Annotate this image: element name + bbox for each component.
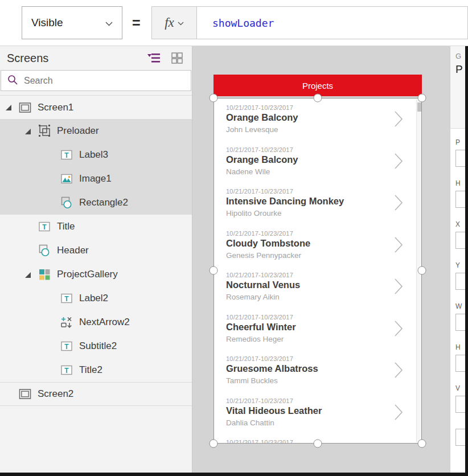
svg-text:T: T	[64, 295, 69, 303]
selection-handle-top-right[interactable]	[418, 94, 426, 102]
grid-view-icon[interactable]	[170, 51, 184, 65]
selection-handle-bottom-left[interactable]	[210, 440, 218, 448]
screens-search-box	[1, 70, 191, 91]
caret-expanded-icon[interactable]	[5, 103, 13, 112]
tree-item-image1[interactable]: Image1	[0, 167, 192, 191]
gallery-item[interactable]: 10/21/2017-10/23/2017 Intensive Dancing …	[214, 182, 421, 224]
tree-item-header[interactable]: Header	[0, 239, 192, 262]
shape-icon	[60, 196, 73, 210]
item-title: Orange Balcony	[226, 112, 399, 123]
design-canvas[interactable]: Projects 10/21/2017-10/23/2017 Orange Ba…	[192, 46, 450, 473]
item-date: 10/21/2017-10/23/2017	[226, 439, 399, 444]
gallery-item[interactable]: 10/21/2017-10/23/2017 Gruesome Albatross…	[214, 350, 421, 392]
shape-icon	[38, 244, 51, 257]
item-date: 10/21/2017-10/23/2017	[226, 104, 399, 111]
fx-icon: fx	[165, 15, 174, 30]
project-gallery-control[interactable]: 10/21/2017-10/23/2017 Orange Balcony Joh…	[214, 98, 422, 444]
fx-dropdown-button[interactable]: fx	[151, 6, 197, 39]
tree-item-label2[interactable]: T Label2	[0, 286, 192, 310]
gallery-item[interactable]: 10/21/2017-10/23/2017 Cloudy Tombstone G…	[214, 224, 421, 266]
item-subtitle: John Levesque	[226, 125, 399, 134]
next-arrow-icon[interactable]	[394, 194, 403, 214]
next-arrow-icon[interactable]	[394, 362, 403, 381]
caret-expanded-icon[interactable]	[24, 127, 32, 136]
tree-item-subtitle2[interactable]: T Subtitle2	[0, 334, 192, 358]
item-subtitle: Genesis Pennypacker	[226, 251, 399, 260]
item-title: Cloudy Tombstone	[226, 238, 399, 249]
tree-item-title2[interactable]: T Title2	[0, 358, 192, 382]
item-title: Nocturnal Venus	[226, 280, 399, 290]
item-title: Intensive Dancing Monkey	[226, 196, 399, 207]
tree-item-nextarrow2[interactable]: NextArrow2	[0, 310, 192, 334]
selection-handle-middle-left[interactable]	[210, 266, 218, 275]
tree-view-icon[interactable]	[146, 52, 161, 64]
search-icon	[7, 74, 18, 88]
selection-handle-top-left[interactable]	[210, 94, 218, 102]
item-date: 10/21/2017-10/23/2017	[226, 188, 399, 195]
app-header-control[interactable]: Projects	[214, 75, 422, 96]
item-date: 10/21/2017-10/23/2017	[226, 272, 399, 278]
label-icon: T	[60, 363, 73, 377]
screen-icon	[18, 387, 32, 401]
item-date: 10/21/2017-10/23/2017	[226, 397, 399, 404]
tree-item-screen1[interactable]: Screen1	[0, 95, 192, 119]
tree-item-label3[interactable]: T Label3	[0, 143, 192, 167]
selection-handle-bottom-right[interactable]	[418, 440, 426, 448]
item-title: Vital Hideous Leather	[226, 405, 399, 416]
next-arrow-icon[interactable]	[394, 404, 403, 423]
gallery-item[interactable]: 10/21/2017-10/23/2017 Nocturnal Venus Ro…	[214, 266, 421, 308]
gallery-item[interactable]: 10/21/2017-10/23/2017 Vital Hideous Leat…	[214, 392, 421, 434]
item-subtitle: Remedios Heger	[226, 335, 399, 343]
chevron-down-icon	[178, 18, 184, 28]
selection-handle-top-center[interactable]	[314, 94, 322, 102]
tree-item-label: Screen1	[38, 102, 73, 113]
tree-item-label: Header	[57, 245, 89, 256]
tree-item-screen2[interactable]: Screen2	[0, 382, 192, 406]
formula-text: showLoader	[212, 17, 274, 29]
item-title: Orange Balcony	[226, 154, 399, 165]
search-input[interactable]	[24, 76, 172, 86]
svg-text:T: T	[64, 151, 69, 159]
gallery-item[interactable]: 10/21/2017-10/23/2017 Cheerful Winter Re…	[214, 308, 421, 350]
powerapps-studio-window: Visible = fx showLoader Screens	[0, 0, 468, 476]
selection-handle-bottom-center[interactable]	[314, 440, 322, 448]
image-icon	[60, 172, 73, 186]
next-arrow-icon[interactable]	[394, 153, 403, 172]
formula-bar: Visible = fx showLoader	[0, 0, 468, 46]
gallery-item[interactable]: 10/21/2017-10/23/2017 Orange Balcony Joh…	[214, 99, 421, 141]
property-selector-value: Visible	[31, 17, 63, 29]
custom-icon-control-icon	[60, 315, 73, 329]
tree-item-label: Label2	[79, 293, 108, 304]
next-arrow-icon[interactable]	[394, 110, 403, 130]
tree-item-label: Rectangle2	[79, 197, 128, 208]
tree-item-label: Image1	[79, 173, 112, 184]
gallery-item[interactable]: 10/21/2017-10/23/2017 Orange Balcony Nad…	[214, 141, 421, 183]
next-arrow-icon[interactable]	[394, 320, 403, 339]
screens-panel-header: Screens	[0, 46, 192, 70]
window-frame-bottom	[0, 473, 468, 476]
selection-handle-middle-right[interactable]	[418, 266, 426, 275]
screens-tree: Screen1 Preloader	[0, 95, 192, 406]
item-date: 10/21/2017-10/23/2017	[226, 355, 399, 362]
svg-text:T: T	[64, 343, 69, 351]
next-arrow-icon[interactable]	[394, 278, 403, 297]
caret-expanded-icon[interactable]	[24, 270, 32, 279]
tree-item-projectgallery[interactable]: ProjectGallery	[0, 262, 192, 286]
property-selector-dropdown[interactable]: Visible	[22, 6, 122, 39]
tree-item-label: NextArrow2	[79, 317, 130, 328]
item-subtitle: Tammi Buckles	[226, 376, 399, 385]
item-title: Gruesome Albatross	[226, 363, 399, 374]
tree-item-rectangle2[interactable]: Rectangle2	[0, 191, 192, 215]
screen-icon	[18, 101, 32, 114]
item-date: 10/21/2017-10/23/2017	[226, 230, 399, 237]
tree-item-label: Label3	[79, 149, 108, 161]
next-arrow-icon[interactable]	[394, 236, 403, 256]
item-date: 10/21/2017-10/23/2017	[226, 146, 399, 153]
tree-item-title[interactable]: T Title	[0, 215, 192, 239]
chevron-down-icon	[105, 17, 113, 29]
screens-panel-title: Screens	[7, 52, 48, 65]
tree-item-preloader[interactable]: Preloader	[0, 119, 192, 143]
formula-input[interactable]: showLoader	[197, 6, 468, 39]
scrollbar-thumb[interactable]	[417, 102, 421, 112]
label-icon: T	[60, 148, 73, 162]
